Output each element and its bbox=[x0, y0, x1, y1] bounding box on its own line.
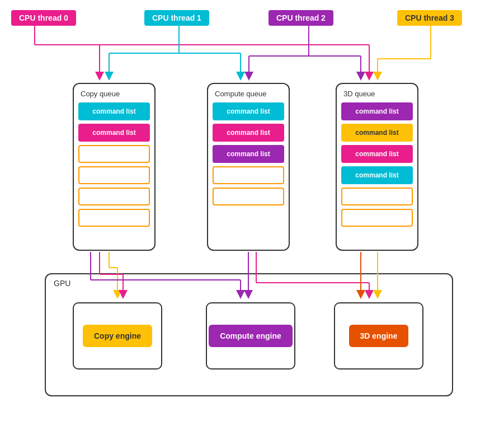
cmd-item: command list bbox=[78, 124, 150, 142]
cmd-item: command list bbox=[78, 102, 150, 120]
cmd-item: command list bbox=[341, 166, 413, 184]
cmd-item-empty bbox=[78, 188, 150, 205]
copy-queue: Copy queue command list command list bbox=[73, 83, 156, 251]
compute-engine-box: Compute engine bbox=[206, 302, 295, 369]
cmd-item: command list bbox=[213, 102, 284, 120]
3d-queue-label: 3D queue bbox=[341, 90, 413, 98]
cmd-item-empty bbox=[213, 166, 284, 184]
copy-queue-label: Copy queue bbox=[78, 90, 150, 98]
compute-queue-label: Compute queue bbox=[213, 90, 284, 98]
cmd-item-empty bbox=[341, 209, 413, 227]
cpu-thread-3: CPU thread 3 bbox=[397, 10, 462, 26]
gpu-label: GPU bbox=[54, 279, 70, 288]
3d-queue: 3D queue command list command list comma… bbox=[336, 83, 418, 251]
diagram: CPU thread 0 CPU thread 1 CPU thread 2 C… bbox=[0, 0, 504, 421]
cmd-item-empty bbox=[78, 145, 150, 163]
cmd-item-empty bbox=[78, 166, 150, 184]
compute-engine-label: Compute engine bbox=[209, 325, 293, 347]
copy-engine-label: Copy engine bbox=[83, 325, 152, 347]
3d-engine-box: 3D engine bbox=[334, 302, 423, 369]
cmd-item-empty bbox=[213, 188, 284, 205]
cmd-item-empty bbox=[341, 188, 413, 205]
cpu-thread-0: CPU thread 0 bbox=[11, 10, 76, 26]
cmd-item: command list bbox=[213, 124, 284, 142]
cmd-item: command list bbox=[341, 102, 413, 120]
cpu-thread-1: CPU thread 1 bbox=[144, 10, 209, 26]
copy-engine-box: Copy engine bbox=[73, 302, 162, 369]
compute-queue: Compute queue command list command list … bbox=[207, 83, 290, 251]
cmd-item-empty bbox=[78, 209, 150, 227]
cmd-item: command list bbox=[341, 145, 413, 163]
cmd-item: command list bbox=[213, 145, 284, 163]
3d-engine-label: 3D engine bbox=[349, 325, 409, 347]
cmd-item: command list bbox=[341, 124, 413, 142]
cpu-thread-2: CPU thread 2 bbox=[269, 10, 333, 26]
